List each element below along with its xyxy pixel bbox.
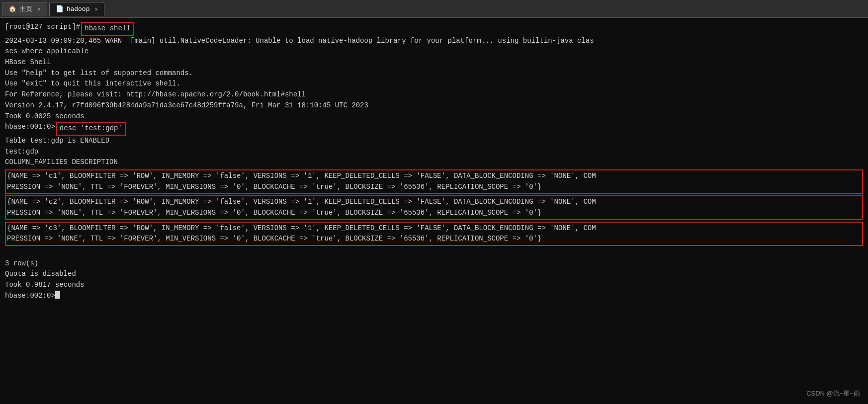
terminal-body: [root@127 script]# hbase shell 2024-03-1… bbox=[0, 18, 868, 404]
tab-home-close[interactable]: ✕ bbox=[37, 6, 41, 12]
command-1: hbase shell bbox=[81, 22, 134, 36]
hbase-prompt-2: hbase:002:0> bbox=[5, 291, 55, 302]
title-bar: 🏠 主页 ✕ 📄 hadoop ✕ bbox=[0, 0, 868, 18]
cf-c1-line1: {NAME => 'c1', BLOOMFILTER => 'ROW', IN_… bbox=[7, 171, 861, 182]
hbase-command-1: desc 'test:gdp' bbox=[56, 122, 126, 136]
tab-home[interactable]: 🏠 主页 ✕ bbox=[2, 2, 47, 16]
line-hbase-shell: HBase Shell bbox=[5, 57, 863, 68]
line-empty bbox=[5, 247, 863, 258]
cf-block-c3: {NAME => 'c3', BLOOMFILTER => 'ROW', IN_… bbox=[5, 222, 863, 246]
tab-hadoop-close[interactable]: ✕ bbox=[94, 6, 98, 12]
cf-c2-line1: {NAME => 'c2', BLOOMFILTER => 'ROW', IN_… bbox=[7, 197, 861, 208]
line-prompt-final[interactable]: hbase:002:0> bbox=[5, 291, 863, 302]
cf-c3-line1: {NAME => 'c3', BLOOMFILTER => 'ROW', IN_… bbox=[7, 223, 861, 234]
prompt-1: [root@127 script]# bbox=[5, 22, 80, 33]
hadoop-file-icon: 📄 bbox=[56, 5, 64, 13]
cf-c3-line2: PRESSION => 'NONE', TTL => 'FOREVER', MI… bbox=[7, 234, 861, 244]
home-icon: 🏠 bbox=[8, 5, 16, 13]
hbase-prompt-1: hbase:001:0> bbox=[5, 122, 55, 133]
cf-c1-line2: PRESSION => 'NONE', TTL => 'FOREVER', MI… bbox=[7, 182, 861, 193]
line-help: Use "help" to get list of supported comm… bbox=[5, 68, 863, 79]
tab-hadoop[interactable]: 📄 hadoop ✕ bbox=[49, 2, 104, 16]
line-rows: 3 row(s) bbox=[5, 258, 863, 269]
line-quota: Quota is disabled bbox=[5, 269, 863, 280]
line-1: [root@127 script]# hbase shell bbox=[5, 22, 863, 36]
watermark: CSDN @流~星~雨 bbox=[806, 389, 860, 398]
line-warn-2: ses where applicable bbox=[5, 46, 863, 57]
cf-block-c2: {NAME => 'c2', BLOOMFILTER => 'ROW', IN_… bbox=[5, 195, 863, 220]
cf-c2-line2: PRESSION => 'NONE', TTL => 'FOREVER', MI… bbox=[7, 208, 861, 219]
line-enabled: Table test:gdp is ENABLED bbox=[5, 136, 863, 147]
cursor bbox=[55, 291, 60, 299]
line-col-families: COLUMN_FAMILIES DESCRIPTION bbox=[5, 157, 863, 168]
tab-home-label: 主页 bbox=[19, 4, 32, 13]
line-took2: Took 0.9817 seconds bbox=[5, 280, 863, 291]
line-exit: Use "exit" to quit this interactive shel… bbox=[5, 79, 863, 89]
line-table: test:gdp bbox=[5, 147, 863, 158]
line-version: Version 2.4.17, r7fd096f39b4284da9a71da3… bbox=[5, 100, 863, 111]
line-ref: For Reference, please visit: http://hbas… bbox=[5, 89, 863, 100]
line-took1: Took 0.0025 seconds bbox=[5, 111, 863, 122]
line-2: hbase:001:0> desc 'test:gdp' bbox=[5, 122, 863, 136]
cf-block-c1: {NAME => 'c1', BLOOMFILTER => 'ROW', IN_… bbox=[5, 169, 863, 194]
tab-hadoop-label: hadoop bbox=[67, 5, 90, 13]
line-warn-1: 2024-03-13 09:09:20,465 WARN [main] util… bbox=[5, 36, 863, 47]
